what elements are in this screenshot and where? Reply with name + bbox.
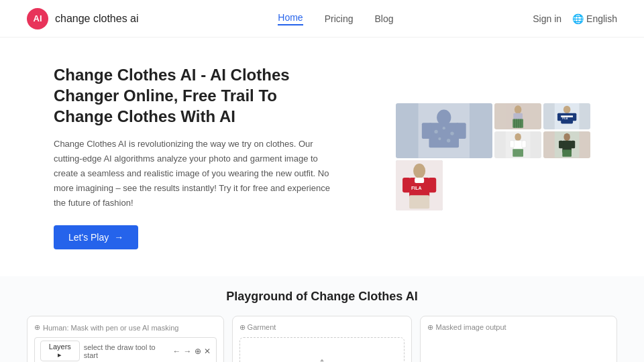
hero-image-white-top (494, 131, 541, 158)
hero-image-grid: FILA (396, 103, 590, 210)
undo-icon[interactable]: ← (173, 347, 181, 356)
info-icon: ⊕ (34, 323, 40, 332)
logo-text: change clothes ai (55, 13, 139, 25)
logo-icon: AI (27, 8, 48, 29)
garment-label: ⊕ Garment (239, 323, 405, 332)
toolbar-row: Layers ▸ select the draw tool to start ←… (34, 337, 217, 362)
svg-point-19 (564, 106, 570, 114)
svg-rect-27 (513, 141, 523, 151)
svg-rect-40 (402, 178, 411, 192)
human-mask-label: ⊕ Human: Mask with pen or use AI masking (34, 323, 217, 332)
svg-point-26 (515, 133, 521, 141)
hero-image-model1 (494, 103, 541, 129)
redo-icon[interactable]: → (184, 347, 192, 356)
svg-rect-43 (415, 178, 424, 183)
hero-image-fila1: FILA (543, 103, 590, 129)
hero-image-large (396, 103, 492, 158)
nav-link-pricing[interactable]: Pricing (325, 13, 354, 24)
layers-button[interactable]: Layers ▸ (40, 341, 80, 361)
upload-icon: ↑ (319, 354, 326, 362)
sign-in-button[interactable]: Sign in (533, 13, 561, 24)
cta-label: Let's Play (68, 232, 109, 243)
language-selector[interactable]: 🌐 English (572, 13, 617, 24)
svg-rect-4 (456, 123, 466, 139)
svg-rect-29 (521, 141, 525, 148)
navbar: AI change clothes ai Home Pricing Blog S… (0, 0, 644, 38)
toolbar-icons: ← → ⊕ ✕ (173, 347, 211, 356)
hero-title: Change Clothes AI - AI Clothes Changer O… (54, 64, 335, 127)
svg-rect-28 (510, 141, 514, 148)
toolbar-hint: select the draw tool to start (84, 343, 169, 359)
svg-rect-24 (561, 115, 573, 117)
svg-rect-41 (428, 178, 436, 192)
garment-label-text: ⊕ Garment (239, 323, 276, 332)
nav-link-blog[interactable]: Blog (374, 13, 393, 24)
svg-rect-34 (559, 141, 563, 149)
svg-text:FILA: FILA (411, 186, 422, 190)
svg-point-8 (438, 137, 441, 140)
hero-description: Change Clothes AI is revolutionizing the… (54, 137, 335, 210)
svg-point-9 (447, 139, 450, 142)
playground-title: Playground of Change Clothes AI (27, 290, 617, 304)
garment-panel: ⊕ Garment ↑ Drop Image Here - or - Click… (232, 316, 413, 362)
svg-rect-3 (422, 123, 432, 139)
lets-play-button[interactable]: Let's Play → (54, 225, 138, 249)
svg-rect-36 (562, 150, 572, 158)
masked-output-label-text: ⊕ Masked image output (427, 323, 506, 332)
nav-right: Sign in 🌐 English (533, 13, 617, 24)
svg-rect-35 (571, 141, 575, 149)
svg-rect-2 (429, 123, 459, 147)
output-placeholder: ⊞ (427, 337, 610, 362)
svg-rect-30 (513, 149, 523, 158)
panels-container: ⊕ Human: Mask with pen or use AI masking… (27, 316, 617, 362)
svg-point-6 (443, 127, 445, 129)
hero-text: Change Clothes AI - AI Clothes Changer O… (54, 64, 335, 249)
logo: AI change clothes ai (27, 8, 139, 29)
human-mask-panel: ⊕ Human: Mask with pen or use AI masking… (27, 316, 224, 362)
close-icon[interactable]: ✕ (204, 347, 211, 356)
nav-link-home[interactable]: Home (278, 12, 303, 25)
globe-icon: 🌐 (572, 13, 584, 24)
playground-section: Playground of Change Clothes AI ⊕ Human:… (0, 276, 644, 362)
svg-point-7 (450, 131, 453, 135)
add-icon[interactable]: ⊕ (195, 347, 201, 356)
nav-links: Home Pricing Blog (278, 12, 393, 25)
svg-point-5 (434, 130, 437, 133)
hero-section: Change Clothes AI - AI Clothes Changer O… (0, 38, 644, 276)
masked-output-panel: ⊕ Masked image output ⊞ (420, 316, 617, 362)
hero-image-model2 (543, 131, 590, 158)
hero-image-fila2: FILA (396, 160, 443, 210)
svg-text:FILA: FILA (562, 117, 568, 120)
svg-point-32 (564, 133, 570, 141)
upload-area[interactable]: ↑ Drop Image Here - or - Click to Upload (239, 337, 405, 362)
svg-point-38 (413, 164, 425, 178)
svg-rect-44 (409, 195, 429, 208)
language-label: English (586, 13, 617, 24)
cta-arrow-icon: → (114, 232, 123, 243)
svg-point-11 (514, 105, 521, 114)
masked-output-label: ⊕ Masked image output (427, 323, 610, 332)
